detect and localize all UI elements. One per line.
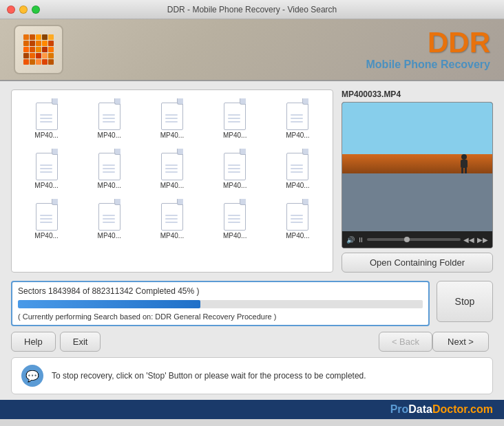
file-name: MP40... (223, 131, 246, 139)
next-button[interactable]: Next > (432, 332, 489, 352)
file-icon (284, 199, 311, 231)
file-icon (284, 149, 311, 180)
file-name: MP40... (160, 232, 184, 239)
file-name: MP40... (160, 182, 184, 189)
preview-video-box: 🔊 ⏸ ◀◀ ▶▶ (342, 102, 493, 248)
exit-button[interactable]: Exit (60, 332, 101, 352)
traffic-lights (7, 6, 40, 14)
file-item[interactable]: MP40... (80, 96, 138, 142)
fullscreen-button[interactable] (32, 6, 40, 14)
file-icon (159, 98, 185, 130)
stop-button[interactable]: Stop (437, 281, 493, 322)
file-item[interactable]: MP40... (17, 196, 76, 242)
nav-buttons: Help Exit < Back Next > (11, 332, 493, 352)
file-icon (34, 199, 60, 231)
preview-image (342, 103, 492, 231)
progress-area: Sectors 1843984 of 882311342 Completed 4… (11, 281, 493, 326)
brand-sub: Mobile Phone Recovery (366, 58, 491, 71)
file-name: MP40... (34, 131, 58, 139)
watermark-text: ProDataDoctor.com (390, 403, 493, 415)
info-text: To stop recovery, click on 'Stop' Button… (52, 371, 366, 381)
file-grid-container[interactable]: MP40... MP40... MP40... (11, 89, 333, 273)
file-item[interactable]: MP40... (269, 196, 327, 242)
info-icon: 💬 (21, 365, 43, 387)
progress-box: Sectors 1843984 of 882311342 Completed 4… (11, 281, 430, 326)
file-icon (222, 149, 248, 180)
open-folder-button[interactable]: Open Containing Folder (342, 253, 493, 273)
main-content: MP40... MP40... MP40... (0, 81, 504, 281)
file-item[interactable]: MP40... (80, 196, 138, 242)
file-item[interactable]: MP40... (206, 196, 264, 242)
video-controls: 🔊 ⏸ ◀◀ ▶▶ (342, 231, 492, 248)
volume-icon[interactable]: 🔊 (346, 236, 355, 244)
file-item[interactable]: MP40... (17, 96, 76, 142)
bottom-section: Sectors 1843984 of 882311342 Completed 4… (0, 281, 504, 400)
preview-filename: MP400033.MP4 (342, 89, 493, 99)
video-progress[interactable] (367, 238, 461, 241)
progress-status: Sectors 1843984 of 882311342 Completed 4… (18, 286, 423, 296)
file-item[interactable]: MP40... (269, 146, 327, 192)
minimize-button[interactable] (19, 6, 28, 14)
file-name: MP40... (98, 232, 121, 239)
file-name: MP40... (286, 131, 309, 139)
file-icon (96, 98, 123, 130)
play-pause-icon[interactable]: ⏸ (357, 236, 364, 244)
file-icon (34, 98, 60, 130)
help-button[interactable]: Help (11, 332, 56, 352)
file-item[interactable]: MP40... (17, 146, 76, 192)
file-icon (96, 199, 123, 231)
file-name: MP40... (34, 232, 58, 239)
brand-ddr: DDR (366, 28, 491, 57)
file-item[interactable]: MP40... (80, 146, 138, 192)
file-name: MP40... (98, 182, 121, 189)
file-item[interactable]: MP40... (206, 146, 264, 192)
file-name: MP40... (160, 131, 184, 139)
file-icon (159, 149, 185, 180)
app-brand: DDR Mobile Phone Recovery (366, 28, 491, 71)
file-icon (96, 149, 123, 180)
file-icon (222, 199, 248, 231)
window-title: DDR - Mobile Phone Recovery - Video Sear… (167, 5, 337, 14)
file-icon (284, 98, 311, 130)
file-item[interactable]: MP40... (269, 96, 327, 142)
progress-subtext: ( Currently performing Search based on: … (18, 312, 423, 321)
file-item[interactable]: MP40... (143, 96, 201, 142)
file-icon (34, 149, 60, 180)
file-name: MP40... (223, 232, 246, 239)
app-logo (14, 25, 63, 74)
back-button[interactable]: < Back (379, 332, 432, 352)
progress-bar-bg (18, 300, 423, 308)
file-grid: MP40... MP40... MP40... (17, 96, 327, 242)
app-header: DDR Mobile Phone Recovery (0, 19, 504, 81)
file-item[interactable]: MP40... (143, 146, 201, 192)
file-icon (159, 199, 185, 231)
close-button[interactable] (7, 6, 15, 14)
file-name: MP40... (98, 131, 121, 139)
file-item[interactable]: MP40... (206, 96, 264, 142)
file-name: MP40... (286, 182, 309, 189)
person-silhouette (460, 154, 468, 173)
info-message: 💬 To stop recovery, click on 'Stop' Butt… (11, 357, 493, 394)
logo-grid (23, 34, 54, 65)
file-name: MP40... (286, 232, 309, 239)
prev-frame-icon[interactable]: ◀◀ (463, 236, 474, 244)
footer-watermark: ProDataDoctor.com (0, 400, 504, 419)
file-name: MP40... (223, 182, 246, 189)
next-frame-icon[interactable]: ▶▶ (477, 236, 488, 244)
file-name: MP40... (34, 182, 58, 189)
preview-panel: MP400033.MP4 🔊 ⏸ ◀◀ ▶▶ Open Containing F… (342, 89, 493, 273)
file-item[interactable]: MP40... (143, 196, 201, 242)
title-bar: DDR - Mobile Phone Recovery - Video Sear… (0, 0, 504, 19)
progress-bar-fill (18, 300, 200, 308)
file-icon (222, 98, 248, 130)
